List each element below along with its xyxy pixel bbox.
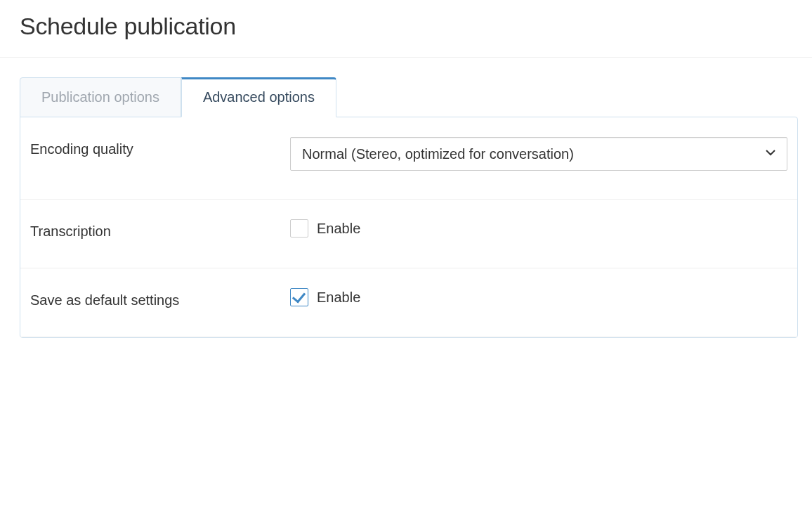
tab-label: Publication options xyxy=(41,89,159,105)
save-default-checkbox-label[interactable]: Enable xyxy=(290,288,360,306)
save-default-enable-text: Enable xyxy=(317,290,360,306)
row-encoding-quality: Encoding quality Normal (Stereo, optimiz… xyxy=(20,117,797,200)
tab-panel-advanced: Encoding quality Normal (Stereo, optimiz… xyxy=(20,117,798,338)
transcription-label: Transcription xyxy=(30,219,290,240)
transcription-enable-text: Enable xyxy=(317,221,360,237)
save-default-control: Enable xyxy=(290,288,787,306)
transcription-control: Enable xyxy=(290,219,787,238)
row-transcription: Transcription Enable xyxy=(20,200,797,268)
page-title: Schedule publication xyxy=(20,13,792,40)
transcription-checkbox[interactable] xyxy=(290,219,308,238)
tab-advanced-options[interactable]: Advanced options xyxy=(181,77,336,117)
save-default-label: Save as default settings xyxy=(30,288,290,308)
row-save-default: Save as default settings Enable xyxy=(20,268,797,337)
content-area: Publication options Advanced options Enc… xyxy=(0,58,812,338)
transcription-checkbox-label[interactable]: Enable xyxy=(290,219,360,238)
page-header: Schedule publication xyxy=(0,0,812,58)
tab-publication-options[interactable]: Publication options xyxy=(20,77,181,117)
save-default-checkbox[interactable] xyxy=(290,288,308,306)
encoding-quality-label: Encoding quality xyxy=(30,137,290,157)
encoding-quality-select[interactable]: Normal (Stereo, optimized for conversati… xyxy=(290,137,787,171)
encoding-quality-select-wrap: Normal (Stereo, optimized for conversati… xyxy=(290,137,787,171)
tab-list: Publication options Advanced options xyxy=(20,77,798,117)
encoding-quality-control: Normal (Stereo, optimized for conversati… xyxy=(290,137,787,171)
tab-label: Advanced options xyxy=(203,89,315,105)
